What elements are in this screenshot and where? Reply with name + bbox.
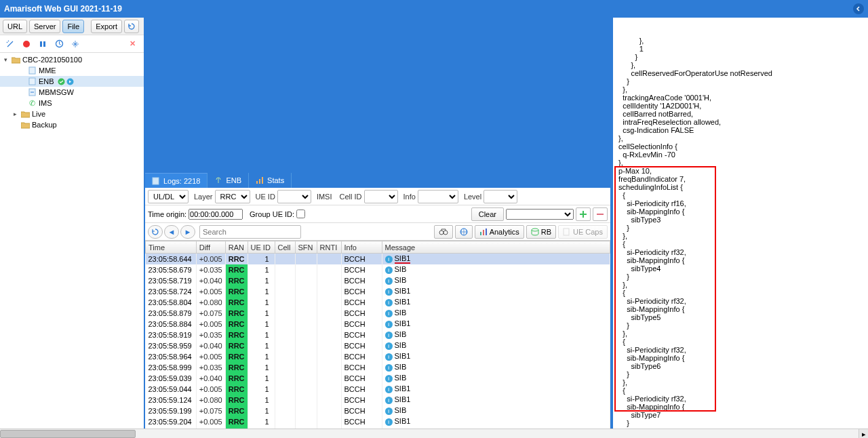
log-table-container[interactable]: TimeDiffRANUE IDCellSFNRNTIInfoMessage 2… <box>145 241 610 429</box>
imsi-label: IMSI <box>317 193 332 201</box>
info-icon: i <box>385 364 393 372</box>
close-icon[interactable]: ✕ <box>125 37 140 51</box>
tree-item-mbmsgw[interactable]: MBMSGW <box>0 87 144 98</box>
mode-file-button[interactable]: File <box>62 20 84 33</box>
remove-button[interactable] <box>593 207 608 221</box>
export-button[interactable]: Export <box>91 20 122 33</box>
folder-icon <box>20 121 30 129</box>
col-message[interactable]: Message <box>382 241 610 254</box>
clear-button[interactable]: Clear <box>471 207 504 221</box>
stop-record-icon[interactable] <box>19 37 34 51</box>
svg-rect-5 <box>29 78 35 85</box>
log-row[interactable]: 23:05:58.959+0.040RRC1BCCHiSIB <box>146 340 610 351</box>
clock-icon[interactable] <box>52 37 66 51</box>
tree-root[interactable]: ▾ CBC-2021050100 <box>0 54 144 65</box>
tab-enb[interactable]: ENB <box>208 173 249 188</box>
svg-rect-17 <box>483 230 484 235</box>
status-play-icon <box>66 78 74 85</box>
log-row[interactable]: 23:05:59.199+0.075RRC1BCCHiSIB <box>146 405 610 416</box>
info-icon: i <box>385 332 393 339</box>
tree-item-enb[interactable]: ENB <box>0 76 144 87</box>
col-info[interactable]: Info <box>341 241 382 254</box>
nav-next-button[interactable]: ► <box>180 225 195 239</box>
horizontal-scrollbar[interactable]: ▸ <box>0 429 868 438</box>
antenna-icon <box>214 176 222 184</box>
col-time[interactable]: Time <box>146 241 197 254</box>
status-ok-icon <box>58 78 65 85</box>
tree-backup[interactable]: ▸ Backup <box>0 119 144 130</box>
log-row[interactable]: 23:05:58.644+0.005RRC1BCCHiSIB1 <box>146 254 610 264</box>
rb-button[interactable]: RB <box>526 225 556 239</box>
col-ueid[interactable]: UE ID <box>248 241 275 254</box>
refresh-button[interactable] <box>124 20 139 33</box>
info-icon: i <box>385 310 393 317</box>
tab-logs[interactable]: Logs: 2218 <box>145 173 208 188</box>
layer-select[interactable]: RRC <box>215 190 250 203</box>
file-tree: ▾ CBC-2021050100 MME ENB MBMSGW <box>0 53 144 429</box>
log-row[interactable]: 23:05:59.044+0.005RRC1BCCHiSIB1 <box>146 384 610 395</box>
binoculars-button[interactable] <box>434 225 453 239</box>
analytics-button[interactable]: Analytics <box>475 225 524 239</box>
level-select[interactable] <box>484 190 517 203</box>
info-icon: i <box>385 397 393 404</box>
log-row[interactable]: 23:05:58.724+0.005RRC1BCCHiSIB1 <box>146 286 610 297</box>
add-button[interactable] <box>576 207 591 221</box>
col-ran[interactable]: RAN <box>225 241 248 254</box>
info-icon: i <box>385 266 393 274</box>
col-rnti[interactable]: RNTI <box>317 241 341 254</box>
pause-icon[interactable] <box>35 37 50 51</box>
col-cell[interactable]: Cell <box>275 241 295 254</box>
scroll-thumb[interactable] <box>0 430 136 438</box>
info-select[interactable] <box>418 190 458 203</box>
svg-rect-1 <box>40 41 42 47</box>
col-sfn[interactable]: SFN <box>295 241 317 254</box>
search-input[interactable] <box>199 225 301 239</box>
tree-item-ims[interactable]: ✆ IMS <box>0 98 144 108</box>
doc-icon <box>27 77 37 85</box>
col-diff[interactable]: Diff <box>196 241 225 254</box>
tree-live[interactable]: ▸ Live <box>0 108 144 119</box>
time-origin-input[interactable] <box>189 209 243 220</box>
log-row[interactable]: 23:05:58.919+0.035RRC1BCCHiSIB <box>146 330 610 340</box>
log-row[interactable]: 23:05:58.804+0.080RRC1BCCHiSIB1 <box>146 297 610 308</box>
info-icon: i <box>385 407 393 415</box>
sidebar-icon-toolbar: ✕ <box>0 35 144 53</box>
collapse-sidebar-button[interactable] <box>853 3 864 14</box>
sparkle-icon[interactable] <box>68 37 83 51</box>
sidebar-mode-toolbar: URL Server File Export <box>0 18 144 35</box>
cellid-select[interactable] <box>364 190 398 203</box>
doc-icon <box>152 177 160 185</box>
tab-stats[interactable]: Stats <box>249 173 292 188</box>
log-row[interactable]: 23:05:58.999+0.035RRC1BCCHiSIB <box>146 362 610 373</box>
detail-text: }, 1 } }, cellReservedForOperatorUse not… <box>614 37 867 429</box>
wand-icon[interactable] <box>3 37 18 51</box>
log-table: TimeDiffRANUE IDCellSFNRNTIInfoMessage 2… <box>145 241 610 429</box>
uldl-select[interactable]: UL/DL <box>148 190 189 203</box>
log-row[interactable]: 23:05:58.879+0.075RRC1BCCHiSIB <box>146 308 610 319</box>
log-row[interactable]: 23:05:58.964+0.005RRC1BCCHiSIB1 <box>146 351 610 362</box>
detail-pane[interactable]: }, 1 } }, cellReservedForOperatorUse not… <box>613 18 868 429</box>
globe-button[interactable] <box>455 225 473 239</box>
scroll-right-arrow[interactable]: ▸ <box>859 429 868 438</box>
svg-point-13 <box>439 231 443 235</box>
log-row[interactable]: 23:05:58.719+0.040RRC1BCCHiSIB <box>146 275 610 286</box>
uecaps-button: UE Caps <box>558 225 608 239</box>
nav-prev-button[interactable]: ◄ <box>164 225 179 239</box>
mode-server-button[interactable]: Server <box>29 20 60 33</box>
log-row[interactable]: 23:05:58.679+0.035RRC1BCCHiSIB <box>146 264 610 275</box>
log-row[interactable]: 23:05:59.124+0.080RRC1BCCHiSIB1 <box>146 395 610 405</box>
svg-point-14 <box>443 231 448 235</box>
log-row[interactable]: 23:05:58.884+0.005RRC1BCCHiSIB1 <box>146 319 610 330</box>
group-ueid-checkbox[interactable] <box>296 210 305 218</box>
tree-item-mme[interactable]: MME <box>0 65 144 76</box>
info-icon: i <box>385 386 393 393</box>
ueid-select[interactable] <box>277 190 311 203</box>
mode-url-button[interactable]: URL <box>3 20 27 33</box>
nav-refresh-button[interactable] <box>148 225 163 239</box>
log-row[interactable]: 23:05:59.039+0.040RRC1BCCHiSIB <box>146 373 610 384</box>
info-icon: i <box>385 321 393 328</box>
filter-bar: UL/DL LayerRRC UE ID IMSI Cell ID Info L… <box>145 188 610 205</box>
info-icon: i <box>385 256 393 263</box>
log-row[interactable]: 23:05:59.204+0.005RRC1BCCHiSIB1 <box>146 416 610 427</box>
clear-target-select[interactable] <box>506 209 574 220</box>
